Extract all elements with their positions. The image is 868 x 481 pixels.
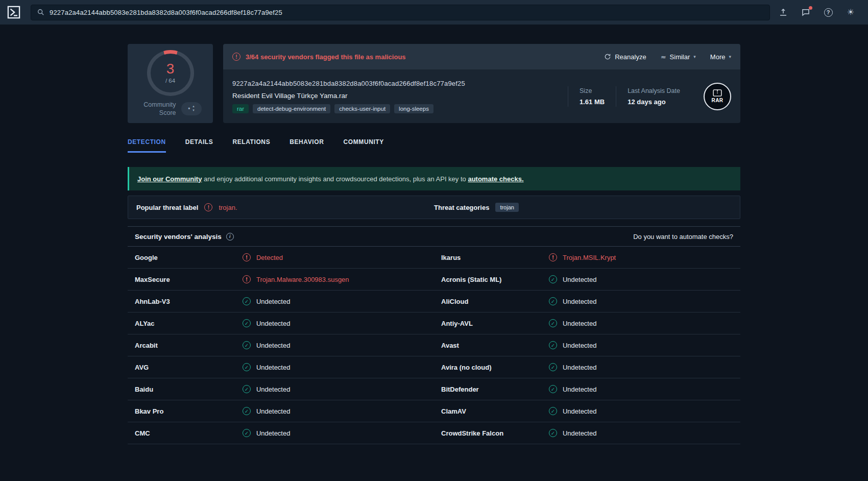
vendor-name: ClamAV [441, 407, 549, 415]
table-row: Arcabit Undetected Avast Undetected [128, 334, 740, 356]
vendor-result-cell: BitDefender Undetected [434, 378, 740, 400]
result-text: Undetected [563, 364, 597, 371]
result-text: Undetected [563, 429, 597, 437]
vendor-name: Avira (no cloud) [441, 364, 549, 371]
status-icon [549, 385, 557, 393]
vendor-result-cell: CMC Undetected [128, 422, 434, 444]
flagged-warning: ! 3/64 security vendors flagged this fil… [232, 53, 406, 61]
tab-community[interactable]: COMMUNITY [343, 138, 383, 153]
detection-total: / 64 [165, 78, 175, 84]
archive-icon [713, 89, 722, 97]
help-icon[interactable]: ? [823, 7, 833, 17]
similar-icon: ≈ [661, 53, 666, 61]
result-text: Undetected [563, 342, 597, 349]
vendor-name: ALYac [135, 320, 243, 327]
vendor-result-cell: Antiy-AVL Undetected [434, 312, 740, 334]
vendor-name: AhnLab-V3 [135, 298, 243, 305]
vendor-result-cell: Google Detected [128, 247, 434, 268]
vendor-name: Google [135, 254, 243, 261]
banner-text: and enjoy additional community insights … [202, 175, 468, 183]
vendor-result-cell: MaxSecure Trojan.Malware.300983.susgen [128, 269, 434, 290]
status-icon [549, 407, 557, 415]
table-row: CMC Undetected CrowdStrike Falcon Undete… [128, 422, 740, 444]
filetype-badge: RAR [704, 83, 731, 110]
tag-long-sleeps[interactable]: long-sleeps [394, 104, 433, 113]
tag-detect-debug-environment[interactable]: detect-debug-environment [253, 104, 330, 113]
result-text: Undetected [256, 407, 291, 415]
file-card-header: ! 3/64 security vendors flagged this fil… [223, 44, 740, 69]
warning-icon: ! [204, 203, 212, 211]
last-analysis-date: Last Analysis Date 12 days ago [616, 86, 691, 107]
threat-category-pill[interactable]: trojan [495, 203, 519, 212]
table-row: MaxSecure Trojan.Malware.300983.susgen A… [128, 269, 740, 291]
file-meta: Size 1.61 MB Last Analysis Date 12 days … [568, 83, 731, 110]
tab-detection[interactable]: DETECTION [128, 138, 166, 153]
table-row: AVG Undetected Avira (no cloud) Undetect… [128, 356, 740, 378]
result-text: Undetected [256, 386, 291, 393]
tag-rar[interactable]: rar [232, 104, 249, 113]
vendor-name: AliCloud [441, 298, 549, 305]
theme-toggle-icon[interactable]: ☀ [846, 7, 856, 17]
join-community-link[interactable]: Join our Community [137, 175, 202, 183]
status-icon [549, 253, 557, 261]
result-text: Trojan.MSIL.Krypt [563, 254, 616, 261]
result-text: Undetected [563, 276, 597, 283]
file-name: Resident Evil Village Türkçe Yama.rar [232, 92, 465, 100]
vendor-result-cell: CrowdStrike Falcon Undetected [434, 422, 740, 444]
search-bar[interactable] [31, 5, 770, 20]
tab-details[interactable]: DETAILS [185, 138, 213, 153]
result-text: Undetected [256, 429, 291, 437]
vendor-result-cell: Arcabit Undetected [128, 334, 434, 356]
threat-label-strip: Popular threat label ! trojan. Threat ca… [128, 196, 740, 219]
result-text: Undetected [563, 298, 597, 305]
chevron-down-icon: ▾ [729, 54, 731, 59]
result-text: Detected [256, 254, 283, 261]
vendor-result-cell: AVG Undetected [128, 356, 434, 378]
detection-score-ring: 3 / 64 [147, 50, 194, 96]
search-input[interactable] [50, 9, 763, 16]
status-icon [243, 275, 251, 283]
last-analysis-value: 12 days ago [628, 98, 680, 106]
vendor-name: Acronis (Static ML) [441, 276, 549, 283]
virustotal-logo[interactable] [5, 4, 22, 21]
status-icon [549, 275, 557, 283]
table-row: Bkav Pro Undetected ClamAV Undetected [128, 400, 740, 422]
chevron-down-icon: ▾ [693, 54, 696, 59]
status-icon [243, 363, 251, 371]
upload-icon[interactable] [778, 7, 788, 17]
info-icon[interactable]: i [226, 233, 234, 240]
warning-icon: ! [232, 53, 240, 61]
vendor-name: Ikarus [441, 254, 549, 261]
tab-bar: DETECTION DETAILS RELATIONS BEHAVIOR COM… [128, 138, 740, 153]
automate-checks-link[interactable]: automate checks. [468, 175, 523, 183]
result-text: Undetected [563, 407, 597, 415]
vendor-name: Bkav Pro [135, 407, 243, 415]
main-content: 3 / 64 Community Score • ▴▾ ! 3/64 secur… [128, 44, 740, 444]
feedback-icon[interactable] [801, 7, 811, 17]
popular-threat-value: trojan. [219, 204, 237, 211]
status-icon [243, 319, 251, 327]
vendor-result-cell: ALYac Undetected [128, 312, 434, 334]
automate-checks-prompt[interactable]: Do you want to automate checks? [633, 233, 733, 240]
table-row: Google Detected Ikarus Trojan.MSIL.Krypt [128, 247, 740, 269]
detection-score: 3 [166, 62, 175, 76]
tag-checks-user-input[interactable]: checks-user-input [334, 104, 390, 113]
table-row: Baidu Undetected BitDefender Undetected [128, 378, 740, 400]
community-score-card: 3 / 64 Community Score • ▴▾ [128, 44, 213, 123]
tab-relations[interactable]: RELATIONS [232, 138, 270, 153]
more-button[interactable]: More ▾ [710, 53, 731, 61]
vendor-result-cell: ClamAV Undetected [434, 400, 740, 422]
threat-categories-label: Threat categories [434, 204, 489, 211]
notification-dot [809, 6, 812, 10]
vendor-result-cell: Avira (no cloud) Undetected [434, 356, 740, 378]
result-text: Undetected [256, 320, 291, 327]
reanalyze-icon [604, 53, 611, 60]
similar-button[interactable]: ≈ Similar ▾ [661, 53, 696, 61]
topbar: ? ☀ [0, 0, 868, 25]
vendor-name: CMC [135, 429, 243, 437]
community-vote-widget[interactable]: • ▴▾ [181, 102, 202, 115]
vote-down-icon[interactable]: ▾ [192, 109, 195, 113]
file-card-body: 9227a2a4a2144abb5083e281bda8382d8a003f6f… [223, 69, 740, 123]
tab-behavior[interactable]: BEHAVIOR [290, 138, 324, 153]
reanalyze-button[interactable]: Reanalyze [604, 53, 646, 61]
